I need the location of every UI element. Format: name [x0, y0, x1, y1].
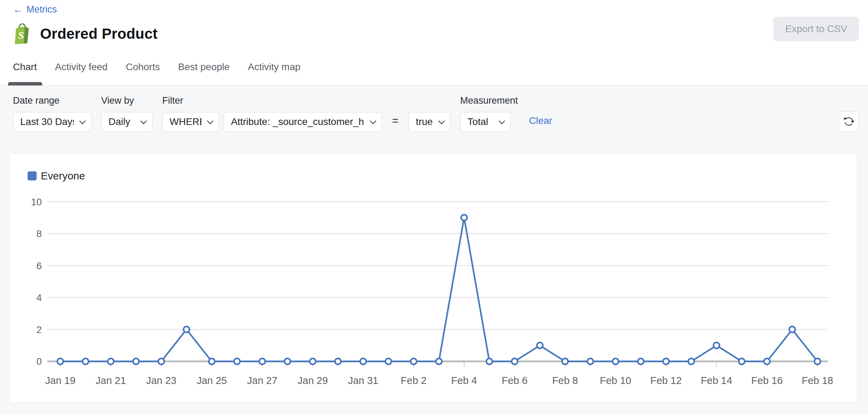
tab-activity-map[interactable]: Activity map — [248, 61, 300, 85]
measurement-value: Total — [467, 116, 488, 127]
svg-text:Feb 4: Feb 4 — [451, 375, 477, 386]
measurement-group: Measurement Total — [460, 95, 518, 132]
chevron-down-icon — [79, 118, 85, 124]
back-to-metrics-link[interactable]: ← Metrics — [13, 4, 57, 15]
svg-text:Feb 14: Feb 14 — [701, 375, 732, 386]
svg-text:4: 4 — [36, 292, 42, 303]
line-chart: 0246810Jan 19Jan 21Jan 23Jan 25Jan 27Jan… — [10, 154, 857, 402]
filter-operator-dropdown[interactable]: WHERE — [162, 112, 219, 132]
date-range-value: Last 30 Days — [20, 116, 74, 127]
filter-value-dropdown[interactable]: true — [409, 112, 450, 132]
svg-text:10: 10 — [31, 197, 42, 207]
tab-activity-feed[interactable]: Activity feed — [55, 61, 107, 85]
svg-text:Feb 8: Feb 8 — [552, 375, 578, 386]
filter-attribute-value: Attribute: _source_customer_h… — [231, 116, 365, 127]
filter-attribute-dropdown[interactable]: Attribute: _source_customer_h… — [224, 112, 382, 132]
chevron-down-icon — [438, 118, 444, 124]
svg-text:Jan 31: Jan 31 — [348, 375, 378, 386]
svg-text:2: 2 — [36, 324, 42, 335]
view-by-group: View by Daily — [101, 95, 152, 132]
measurement-dropdown[interactable]: Total — [460, 112, 511, 132]
svg-text:0: 0 — [36, 356, 42, 367]
svg-text:Jan 19: Jan 19 — [45, 375, 75, 386]
filter-operator-value: WHERE — [170, 116, 202, 127]
svg-text:Jan 27: Jan 27 — [247, 375, 277, 386]
date-range-dropdown[interactable]: Last 30 Days — [13, 112, 91, 132]
svg-text:6: 6 — [36, 260, 42, 271]
filter-value: true — [416, 116, 433, 127]
filter-label: Filter — [162, 95, 382, 106]
svg-text:Feb 6: Feb 6 — [502, 375, 527, 386]
chevron-down-icon — [370, 118, 376, 124]
svg-text:Feb 10: Feb 10 — [600, 375, 631, 386]
tab-best-people[interactable]: Best people — [178, 61, 230, 85]
page-header: ← Metrics S Ordered Product Export to CS… — [0, 0, 868, 86]
chevron-down-icon — [207, 118, 213, 124]
title-row: S Ordered Product — [13, 23, 158, 45]
filter-equals-sign: = — [392, 114, 398, 127]
tab-cohorts[interactable]: Cohorts — [126, 61, 160, 85]
filter-value-group: true — [409, 95, 450, 132]
svg-text:Feb 2: Feb 2 — [401, 375, 427, 386]
export-to-csv-button[interactable]: Export to CSV — [773, 17, 859, 41]
svg-text:S: S — [18, 29, 24, 41]
chart-card: Everyone 0246810Jan 19Jan 21Jan 23Jan 25… — [9, 153, 858, 402]
back-link-label: Metrics — [27, 4, 57, 15]
view-by-dropdown[interactable]: Daily — [101, 112, 152, 132]
back-arrow-icon: ← — [13, 5, 23, 15]
filter-toolbar: Date range Last 30 Days View by Daily Fi… — [0, 86, 868, 132]
svg-text:8: 8 — [36, 228, 42, 239]
svg-text:Jan 23: Jan 23 — [146, 375, 177, 386]
svg-text:Jan 21: Jan 21 — [96, 375, 126, 386]
tab-bar: Chart Activity feed Cohorts Best people … — [13, 61, 300, 85]
svg-text:Feb 16: Feb 16 — [751, 375, 783, 386]
date-range-group: Date range Last 30 Days — [13, 95, 91, 132]
filter-group: Filter WHERE Attribute: _source_customer… — [162, 95, 382, 132]
filter-value-spacer — [409, 95, 450, 106]
svg-text:Feb 18: Feb 18 — [802, 375, 833, 386]
page-title: Ordered Product — [40, 25, 158, 42]
refresh-icon — [843, 116, 854, 127]
shopify-bag-icon: S — [13, 23, 32, 45]
view-by-label: View by — [101, 95, 152, 106]
svg-text:Jan 29: Jan 29 — [298, 375, 328, 386]
svg-text:Jan 25: Jan 25 — [196, 375, 227, 386]
chevron-down-icon — [499, 118, 505, 124]
refresh-button[interactable] — [839, 111, 859, 132]
date-range-label: Date range — [13, 95, 91, 106]
chevron-down-icon — [140, 118, 147, 124]
measurement-label: Measurement — [460, 95, 518, 106]
tab-chart[interactable]: Chart — [13, 61, 37, 85]
clear-filters-link[interactable]: Clear — [529, 115, 552, 126]
svg-text:Feb 12: Feb 12 — [650, 375, 682, 386]
metrics-page: ← Metrics S Ordered Product Export to CS… — [0, 0, 868, 414]
view-by-value: Daily — [108, 116, 130, 127]
